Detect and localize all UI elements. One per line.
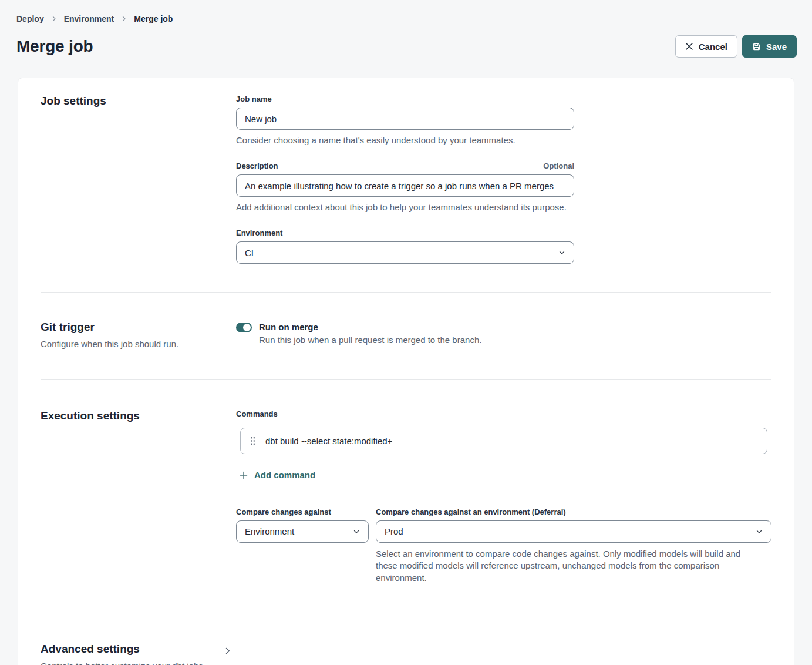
section-job-settings: Job settings Job name Consider choosing … bbox=[18, 78, 794, 292]
advanced-settings-subheading: Controls to better customize your dbt jo… bbox=[41, 661, 217, 665]
description-label: Description bbox=[236, 162, 278, 170]
git-trigger-subheading: Configure when this job should run. bbox=[41, 339, 236, 349]
plus-icon bbox=[240, 471, 248, 479]
description-field: Description Optional Add additional cont… bbox=[236, 162, 574, 212]
commands-label: Commands bbox=[236, 409, 771, 418]
deferral-label: Compare changes against an environment (… bbox=[376, 508, 771, 516]
toggle-knob bbox=[243, 324, 251, 331]
top-bar: Deploy Environment Merge job Merge job C… bbox=[0, 0, 812, 58]
breadcrumb-item-deploy[interactable]: Deploy bbox=[16, 14, 44, 23]
save-button-label: Save bbox=[766, 42, 787, 52]
run-on-merge-row: Run on merge Run this job when a pull re… bbox=[236, 321, 771, 345]
advanced-settings-heading: Advanced settings bbox=[41, 643, 217, 656]
save-button[interactable]: Save bbox=[742, 35, 797, 58]
description-helper: Add additional context about this job to… bbox=[236, 202, 574, 212]
environment-select-value: CI bbox=[245, 248, 254, 258]
execution-settings-heading-col: Execution settings bbox=[41, 409, 236, 585]
section-git-trigger: Git trigger Configure when this job shou… bbox=[18, 293, 794, 379]
breadcrumb-item-environment[interactable]: Environment bbox=[64, 14, 114, 23]
optional-badge: Optional bbox=[543, 162, 574, 170]
compare-changes-select-value: Environment bbox=[245, 526, 294, 536]
job-settings-heading: Job settings bbox=[41, 95, 236, 108]
environment-select[interactable]: CI bbox=[236, 241, 574, 264]
chevron-right-icon[interactable] bbox=[224, 647, 231, 655]
job-settings-form-col: Job name Consider choosing a name that's… bbox=[236, 95, 771, 264]
git-trigger-form-col: Run on merge Run this job when a pull re… bbox=[236, 321, 771, 349]
compare-changes-label: Compare changes against bbox=[236, 508, 369, 516]
job-name-input[interactable] bbox=[236, 108, 574, 130]
run-on-merge-description: Run this job when a pull request is merg… bbox=[259, 335, 481, 345]
drag-handle-icon[interactable] bbox=[250, 436, 255, 445]
deferral-select-value: Prod bbox=[385, 526, 403, 536]
compare-changes-field: Compare changes against Environment bbox=[236, 508, 369, 585]
run-on-merge-text: Run on merge Run this job when a pull re… bbox=[259, 322, 481, 345]
breadcrumb-item-merge-job: Merge job bbox=[134, 14, 173, 23]
header-actions: Cancel Save bbox=[675, 35, 797, 58]
section-advanced-settings: Advanced settings Controls to better cus… bbox=[18, 613, 794, 665]
chevron-down-icon bbox=[558, 249, 565, 256]
chevron-down-icon bbox=[756, 528, 763, 535]
execution-settings-form-col: Commands dbt build --select state:modifi… bbox=[236, 409, 771, 585]
description-input[interactable] bbox=[236, 174, 574, 197]
compare-changes-select[interactable]: Environment bbox=[236, 520, 369, 543]
environment-field: Environment CI bbox=[236, 229, 574, 264]
close-icon bbox=[685, 42, 693, 51]
command-text[interactable]: dbt build --select state:modified+ bbox=[265, 436, 392, 446]
environment-label: Environment bbox=[236, 229, 574, 237]
breadcrumb: Deploy Environment Merge job bbox=[16, 14, 797, 23]
advanced-settings-text: Advanced settings Controls to better cus… bbox=[41, 643, 217, 665]
page-title: Merge job bbox=[16, 37, 93, 56]
git-trigger-heading: Git trigger bbox=[41, 321, 236, 334]
job-form-card: Job settings Job name Consider choosing … bbox=[18, 78, 794, 665]
section-execution-settings: Execution settings Commands dbt build --… bbox=[18, 380, 794, 613]
run-on-merge-toggle[interactable] bbox=[236, 323, 252, 332]
cancel-button-label: Cancel bbox=[699, 42, 727, 52]
chevron-down-icon bbox=[353, 528, 360, 535]
job-name-helper: Consider choosing a name that's easily u… bbox=[236, 135, 574, 145]
add-command-label: Add command bbox=[254, 470, 315, 480]
deferral-select[interactable]: Prod bbox=[376, 520, 771, 543]
add-command-button[interactable]: Add command bbox=[240, 470, 315, 480]
deferral-helper: Select an environment to compare code ch… bbox=[376, 548, 756, 585]
job-name-field: Job name Consider choosing a name that's… bbox=[236, 95, 574, 145]
job-name-label: Job name bbox=[236, 95, 574, 103]
run-on-merge-label: Run on merge bbox=[259, 322, 481, 332]
command-row: dbt build --select state:modified+ bbox=[240, 428, 767, 454]
cancel-button[interactable]: Cancel bbox=[675, 35, 737, 58]
execution-settings-heading: Execution settings bbox=[41, 409, 236, 422]
page-header: Merge job Cancel Save bbox=[16, 35, 797, 58]
chevron-right-icon bbox=[121, 16, 127, 22]
deferral-field: Compare changes against an environment (… bbox=[376, 508, 771, 585]
description-label-row: Description Optional bbox=[236, 162, 574, 170]
advanced-settings-row[interactable]: Advanced settings Controls to better cus… bbox=[41, 643, 231, 665]
git-trigger-heading-col: Git trigger Configure when this job shou… bbox=[41, 321, 236, 349]
chevron-right-icon bbox=[51, 16, 57, 22]
job-settings-heading-col: Job settings bbox=[41, 95, 236, 264]
save-icon bbox=[752, 42, 761, 51]
compare-row: Compare changes against Environment Comp… bbox=[236, 508, 771, 585]
